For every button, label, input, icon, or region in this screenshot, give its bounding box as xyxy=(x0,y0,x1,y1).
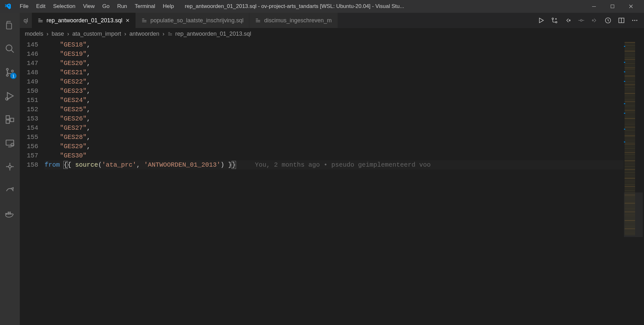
tab-populatie[interactable]: populatie_so_laatste_inschrijving.sql xyxy=(136,13,249,28)
close-button[interactable] xyxy=(622,0,640,13)
svg-rect-8 xyxy=(6,120,10,123)
line-number: 154 xyxy=(20,123,38,133)
code-line[interactable]: "GES19", xyxy=(45,49,624,59)
maximize-button[interactable] xyxy=(603,0,622,13)
editor-area: ql rep_antwoorden_01_2013.sql ✕ populati… xyxy=(20,13,644,325)
code-line[interactable]: "GES27", xyxy=(45,123,624,133)
line-number: 157 xyxy=(20,151,38,160)
sql-file-icon xyxy=(255,18,261,23)
split-editor-icon[interactable] xyxy=(618,17,625,24)
chevron-right-icon: › xyxy=(47,31,48,37)
gitlens-icon[interactable] xyxy=(0,157,20,177)
svg-rect-7 xyxy=(6,116,10,119)
svg-point-18 xyxy=(552,18,554,19)
window-title: rep_antwoorden_01_2013.sql - ov-project-… xyxy=(178,3,583,10)
svg-rect-0 xyxy=(592,6,596,7)
source-control-icon[interactable]: 1 xyxy=(0,62,20,82)
share-icon[interactable] xyxy=(0,180,20,200)
menu-help[interactable]: Help xyxy=(160,2,177,11)
run-icon[interactable] xyxy=(538,17,545,24)
vscode-logo-icon xyxy=(4,3,11,10)
scm-badge: 1 xyxy=(10,73,17,79)
code-line[interactable]: "GES26", xyxy=(45,114,624,123)
tab-label: rep_antwoorden_01_2013.sql xyxy=(47,17,122,24)
code-line[interactable]: "GES30" xyxy=(45,151,624,160)
svg-point-6 xyxy=(6,98,8,100)
menu-run[interactable]: Run xyxy=(114,2,130,11)
line-number: 152 xyxy=(20,105,38,114)
menu-file[interactable]: File xyxy=(17,2,32,11)
activity-bar: 1 xyxy=(0,13,20,325)
code-line[interactable]: "GES29", xyxy=(45,142,624,151)
code-line[interactable]: "GES28", xyxy=(45,133,624,142)
minimap-viewport[interactable] xyxy=(624,192,643,237)
svg-point-20 xyxy=(569,20,570,21)
prev-change-icon[interactable] xyxy=(564,17,571,24)
tab-label: discimus_ingeschreven_m xyxy=(264,17,332,24)
line-number: 156 xyxy=(20,142,38,151)
menu-view[interactable]: View xyxy=(80,2,98,11)
svg-point-22 xyxy=(592,20,594,21)
minimize-button[interactable] xyxy=(585,0,603,13)
more-actions-icon[interactable] xyxy=(631,17,638,24)
tab-label: populatie_so_laatste_inschrijving.sql xyxy=(150,17,243,24)
tabs-row: ql rep_antwoorden_01_2013.sql ✕ populati… xyxy=(20,13,644,28)
line-number: 155 xyxy=(20,133,38,142)
svg-point-4 xyxy=(6,74,8,76)
svg-point-27 xyxy=(636,20,637,21)
crumb-base[interactable]: base xyxy=(52,31,64,37)
menu-edit[interactable]: Edit xyxy=(33,2,48,11)
search-icon[interactable] xyxy=(0,39,20,59)
toggle-history-icon[interactable] xyxy=(605,17,612,24)
line-number: 151 xyxy=(20,96,38,105)
code-line[interactable]: "GES24", xyxy=(45,96,624,105)
line-number: 158 xyxy=(20,160,38,170)
svg-point-25 xyxy=(632,20,633,21)
line-number: 146 xyxy=(20,49,38,59)
crumb-antwoorden[interactable]: antwoorden xyxy=(129,31,159,37)
editor-body[interactable]: 1451461471481491501511521531541551561571… xyxy=(20,40,644,325)
svg-point-26 xyxy=(634,20,635,21)
run-debug-icon[interactable] xyxy=(0,86,20,106)
chevron-right-icon: › xyxy=(162,31,164,37)
commit-icon[interactable] xyxy=(578,17,585,24)
tab-rep-antwoorden[interactable]: rep_antwoorden_01_2013.sql ✕ xyxy=(32,13,136,28)
crumb-ata-custom-import[interactable]: ata_custom_import xyxy=(72,31,121,37)
code-content[interactable]: "GES18", "GES19", "GES20", "GES21", "GES… xyxy=(45,40,624,325)
line-number: 147 xyxy=(20,59,38,68)
code-line[interactable]: "GES20", xyxy=(45,59,624,68)
svg-point-2 xyxy=(6,45,12,51)
next-change-icon[interactable] xyxy=(591,17,598,24)
menu-selection[interactable]: Selection xyxy=(50,2,79,11)
explorer-icon[interactable] xyxy=(0,15,20,35)
code-line[interactable]: "GES23", xyxy=(45,86,624,96)
extensions-icon[interactable] xyxy=(0,110,20,129)
crumb-file[interactable]: rep_antwoorden_01_2013.sql xyxy=(168,31,251,37)
svg-rect-17 xyxy=(10,212,11,213)
menu-terminal[interactable]: Terminal xyxy=(132,2,158,11)
line-number: 150 xyxy=(20,86,38,96)
git-blame-annotation: You, 2 months ago • pseudo geimplementee… xyxy=(236,161,431,169)
line-number: 149 xyxy=(20,77,38,86)
menu-go[interactable]: Go xyxy=(99,2,113,11)
tab-discimus[interactable]: discimus_ingeschreven_m xyxy=(249,13,338,28)
code-line[interactable]: "GES25", xyxy=(45,105,624,114)
code-line[interactable]: "GES18", xyxy=(45,40,624,49)
close-icon[interactable]: ✕ xyxy=(125,18,130,24)
editor-actions xyxy=(532,13,644,28)
chevron-right-icon: › xyxy=(67,31,69,37)
line-number: 153 xyxy=(20,114,38,123)
line-number: 148 xyxy=(20,68,38,77)
sql-file-icon xyxy=(38,18,43,23)
tab-partial-left[interactable]: ql xyxy=(20,13,32,28)
code-line[interactable]: "GES21", xyxy=(45,68,624,77)
svg-rect-16 xyxy=(8,212,9,213)
remote-explorer-icon[interactable] xyxy=(0,133,20,153)
compare-changes-icon[interactable] xyxy=(551,17,558,24)
docker-icon[interactable] xyxy=(0,204,20,224)
crumb-models[interactable]: models xyxy=(25,31,43,37)
code-line[interactable]: from {{ source('ata_prc', 'ANTWOORDEN_01… xyxy=(45,160,624,170)
svg-point-5 xyxy=(11,70,13,72)
code-line[interactable]: "GES22", xyxy=(45,77,624,86)
minimap[interactable] xyxy=(624,40,643,325)
